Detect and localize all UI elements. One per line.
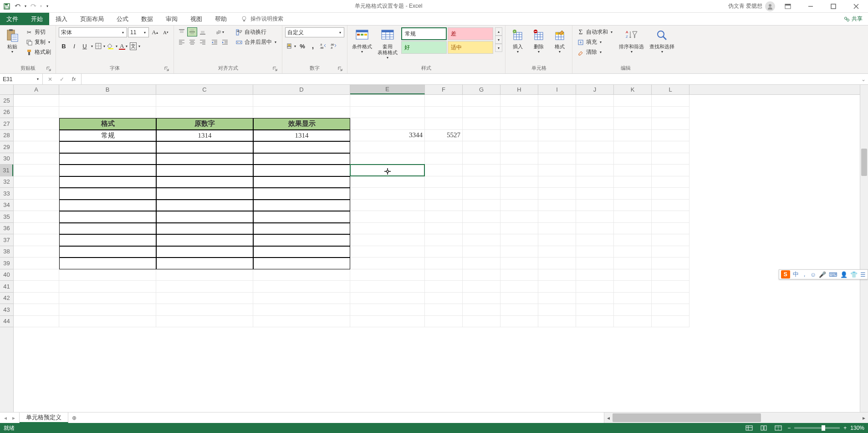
cell[interactable] <box>538 107 576 119</box>
cell[interactable] <box>156 153 253 165</box>
cell[interactable] <box>576 188 614 200</box>
cell[interactable] <box>463 153 500 165</box>
tell-me-search[interactable]: 操作说明搜索 <box>237 13 287 25</box>
cell[interactable] <box>614 118 652 130</box>
cell[interactable] <box>59 223 156 235</box>
cell[interactable] <box>350 107 425 119</box>
decrease-decimal-button[interactable]: .00.0 <box>329 41 339 51</box>
cell[interactable] <box>14 281 59 293</box>
row-header-30[interactable]: 30 <box>0 153 13 165</box>
tab-insert[interactable]: 插入 <box>49 13 74 25</box>
row-header-43[interactable]: 43 <box>0 304 13 316</box>
cell[interactable] <box>576 234 614 246</box>
cell[interactable] <box>463 118 500 130</box>
cell[interactable] <box>652 107 689 119</box>
hscroll-thumb[interactable] <box>613 413 761 422</box>
cell[interactable] <box>652 200 689 211</box>
align-center-button[interactable] <box>187 37 197 46</box>
cell[interactable] <box>538 316 576 328</box>
cell[interactable] <box>652 176 689 188</box>
cell[interactable] <box>59 281 156 293</box>
cell[interactable] <box>425 211 463 223</box>
cell[interactable] <box>350 95 425 107</box>
row-header-33[interactable]: 33 <box>0 188 13 200</box>
column-header-E[interactable]: E <box>350 85 425 94</box>
cell[interactable] <box>500 304 538 316</box>
ime-toolbox-icon[interactable]: ☰ <box>860 271 866 278</box>
cell[interactable] <box>425 258 463 269</box>
cell[interactable] <box>538 246 576 258</box>
insert-function-button[interactable]: fx <box>68 75 79 84</box>
cell[interactable] <box>156 293 253 304</box>
column-header-G[interactable]: G <box>463 85 500 94</box>
column-header-B[interactable]: B <box>59 85 156 94</box>
comma-button[interactable]: , <box>308 41 318 51</box>
enter-formula-button[interactable]: ✓ <box>56 75 67 84</box>
cell[interactable] <box>463 165 500 176</box>
cell[interactable] <box>14 107 59 119</box>
cell[interactable] <box>463 223 500 235</box>
cell[interactable] <box>538 281 576 293</box>
cell[interactable] <box>576 141 614 153</box>
column-header-H[interactable]: H <box>500 85 538 94</box>
cell[interactable] <box>652 234 689 246</box>
row-header-31[interactable]: 31 <box>0 165 13 176</box>
cell[interactable] <box>14 211 59 223</box>
borders-button[interactable] <box>94 41 102 51</box>
cell[interactable] <box>576 130 614 142</box>
paste-dropdown[interactable]: ▾ <box>10 50 14 54</box>
cell[interactable] <box>500 165 538 176</box>
paste-button[interactable]: 粘贴 ▾ <box>3 27 22 55</box>
undo-button[interactable] <box>13 1 23 11</box>
cell[interactable] <box>576 223 614 235</box>
cell[interactable] <box>652 130 689 142</box>
cell[interactable] <box>614 200 652 211</box>
style-scroll-up[interactable]: ▴ <box>495 27 502 36</box>
bold-button[interactable]: B <box>59 41 69 51</box>
select-all-button[interactable] <box>0 85 14 95</box>
format-painter-button[interactable]: 格式刷 <box>24 47 53 57</box>
cell[interactable] <box>538 211 576 223</box>
cell[interactable] <box>538 153 576 165</box>
cell[interactable] <box>425 165 463 176</box>
cell[interactable] <box>463 176 500 188</box>
cell[interactable] <box>463 293 500 304</box>
cell[interactable] <box>350 200 425 211</box>
cell[interactable] <box>576 165 614 176</box>
cell[interactable] <box>14 246 59 258</box>
column-header-A[interactable]: A <box>14 85 59 94</box>
cell[interactable] <box>614 281 652 293</box>
cell[interactable] <box>652 95 689 107</box>
cell[interactable] <box>614 107 652 119</box>
accounting-dropdown[interactable]: ▾ <box>293 44 297 48</box>
cell[interactable] <box>253 141 350 153</box>
cell[interactable] <box>156 200 253 211</box>
cell[interactable]: 1314 <box>156 130 253 142</box>
cell[interactable] <box>425 118 463 130</box>
cell[interactable]: 格式 <box>59 118 156 130</box>
ime-zhong[interactable]: 中 <box>793 270 799 278</box>
row-header-28[interactable]: 28 <box>0 130 13 142</box>
cell[interactable] <box>538 188 576 200</box>
add-sheet-button[interactable]: ⊕ <box>68 412 80 423</box>
cell[interactable] <box>14 95 59 107</box>
cell[interactable] <box>463 130 500 142</box>
cell[interactable] <box>59 211 156 223</box>
cell[interactable] <box>253 165 350 176</box>
cell[interactable] <box>538 223 576 235</box>
style-scroll-more[interactable]: ▾ <box>495 44 502 52</box>
cell[interactable] <box>59 153 156 165</box>
row-header-36[interactable]: 36 <box>0 223 13 235</box>
cell[interactable] <box>156 95 253 107</box>
cell[interactable] <box>425 304 463 316</box>
cell[interactable] <box>463 188 500 200</box>
cell[interactable] <box>652 211 689 223</box>
cell[interactable]: 5527 <box>425 130 463 142</box>
cell[interactable] <box>59 316 156 328</box>
user-account[interactable]: 伪文青 爱臆想 <box>728 1 775 11</box>
cell[interactable] <box>156 234 253 246</box>
autosum-button[interactable]: Σ 自动求和 ▾ <box>575 27 615 37</box>
cell[interactable] <box>156 281 253 293</box>
cell[interactable] <box>156 316 253 328</box>
cell[interactable]: 效果显示 <box>253 118 350 130</box>
